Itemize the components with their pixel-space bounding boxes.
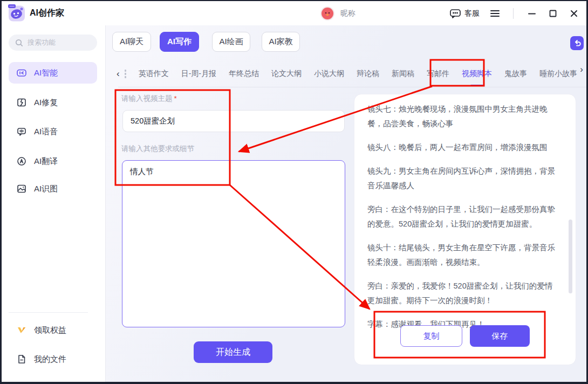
ai-image-icon (16, 183, 27, 194)
category-novel-outline[interactable]: 小说大纲 (314, 69, 344, 79)
tab-label: AI聊天 (120, 37, 143, 47)
sidebar-item-benefits[interactable]: 领取权益 (9, 319, 97, 341)
ai-repair-icon (16, 97, 27, 108)
scroll-left-icon[interactable]: ‹ (117, 68, 120, 79)
minimize-button[interactable] (526, 6, 538, 20)
app-title: AI创作家 (30, 8, 64, 19)
titlebar-separator (513, 8, 514, 19)
tab-label: AI写作 (167, 37, 192, 47)
search-placeholder: 搜索功能 (28, 38, 56, 47)
app-logo-icon (8, 4, 25, 22)
category-ghost-story[interactable]: 鬼故事 (504, 69, 527, 79)
details-value: 情人节 (130, 167, 154, 176)
sidebar-item-ai-smart[interactable]: AI智能 (9, 62, 97, 84)
ai-voice-icon (16, 126, 27, 137)
search-icon (15, 39, 23, 47)
category-english-essay[interactable]: 英语作文 (139, 69, 169, 79)
user-nickname: 昵称 (340, 9, 355, 18)
sidebar-item-ai-image[interactable]: AI识图 (9, 178, 97, 200)
tab-label: AI绘画 (219, 37, 243, 47)
sidebar-item-ai-voice[interactable]: AI语音 (9, 121, 97, 142)
copy-button[interactable]: 复制 (400, 325, 462, 347)
sidebar-item-label: AI语音 (34, 127, 58, 137)
drag-handle-icon (125, 70, 126, 78)
generated-script: 镜头七：烛光晚餐现场，浪漫氛围中男女主角共进晚餐，品尝美食，畅谈心事 镜头八：晚… (354, 94, 576, 332)
topic-label: 请输入视频主题* (121, 94, 177, 104)
result-panel: 镜头七：烛光晚餐现场，浪漫氛围中男女主角共进晚餐，品尝美食，畅谈心事 镜头八：晚… (354, 94, 576, 365)
avatar (320, 6, 334, 20)
category-paper-outline[interactable]: 论文大纲 (271, 69, 302, 79)
support-button[interactable]: 客服 (449, 8, 480, 19)
script-paragraph: 旁白：亲爱的，我爱你！520甜蜜企划，让我们的爱情更加甜蜜。期待下一次的浪漫时刻… (367, 279, 558, 308)
sidebar-divider (9, 312, 88, 313)
vip-benefits-icon (16, 325, 27, 335)
category-video-script[interactable]: 视频脚本 (462, 69, 492, 79)
sidebar-item-ai-repair[interactable]: AI修复 (9, 92, 97, 113)
close-button[interactable] (568, 6, 580, 20)
category-divider (118, 87, 587, 87)
sidebar-item-label: 领取权益 (34, 325, 66, 335)
category-bedtime-story[interactable]: 睡前小故事 (539, 69, 577, 79)
category-tabs: ‹ 英语作文 日-周-月报 年终总结 论文大纲 小说大纲 辩论稿 新闻稿 写邮件… (117, 60, 582, 87)
script-paragraph: 镜头八：晚餐后，两人一起布置房间，增添浪漫氛围 (367, 140, 558, 155)
maximize-button[interactable] (547, 6, 559, 20)
details-textarea[interactable]: 情人节 (122, 160, 345, 327)
generate-button[interactable]: 开始生成 (194, 341, 272, 363)
category-email[interactable]: 写邮件 (427, 69, 449, 79)
tab-ai-chat[interactable]: AI聊天 (112, 32, 151, 52)
video-topic-value: 520甜蜜企划 (131, 116, 175, 126)
sidebar-item-label: AI智能 (34, 68, 58, 78)
category-daily-report[interactable]: 日-周-月报 (181, 69, 216, 79)
undo-icon (573, 39, 582, 47)
ai-smart-icon (16, 67, 27, 78)
app-window: AI创作家 昵称 (0, 0, 588, 384)
details-label: 请输入其他要求或细节 (121, 144, 194, 154)
panel-scrollbar[interactable] (569, 220, 572, 293)
search-input[interactable]: 搜索功能 (9, 35, 97, 51)
tab-ai-drawing[interactable]: AI绘画 (212, 32, 250, 52)
category-debate[interactable]: 辩论稿 (357, 69, 379, 79)
video-topic-input[interactable]: 520甜蜜企划 (122, 110, 345, 132)
sidebar-item-my-files[interactable]: 我的文件 (9, 348, 97, 370)
sidebar: 搜索功能 AI智能 AI修复 (2, 25, 106, 382)
document-icon (16, 354, 27, 365)
user-account[interactable]: 昵称 (320, 1, 355, 25)
sidebar-item-label: AI修复 (34, 98, 58, 108)
required-mark: * (174, 94, 177, 102)
script-paragraph: 镜头十：结尾镜头，男女主角在星空下许愿，背景音乐轻柔浪漫。画面渐暗，视频结束。 (367, 241, 558, 270)
sidebar-item-ai-translate[interactable]: AI翻译 (9, 150, 97, 172)
save-button[interactable]: 保存 (470, 325, 530, 347)
undo-button[interactable] (570, 36, 584, 50)
script-paragraph: 镜头九：男女主角在房间内互诉心声，深情拥抱，背景音乐温馨感人 (367, 164, 558, 193)
category-year-summary[interactable]: 年终总结 (229, 69, 259, 79)
chat-bubble-icon (449, 8, 461, 19)
support-label: 客服 (464, 9, 480, 18)
title-bar: AI创作家 昵称 (2, 1, 586, 25)
tab-label: AI家教 (269, 37, 292, 47)
scroll-right-icon[interactable]: › (580, 64, 583, 75)
sidebar-item-label: AI翻译 (34, 156, 58, 167)
tab-ai-tutor[interactable]: AI家教 (262, 32, 300, 52)
hamburger-menu-button[interactable] (489, 6, 501, 20)
sidebar-item-label: 我的文件 (34, 354, 66, 365)
script-paragraph: 镜头七：烛光晚餐现场，浪漫氛围中男女主角共进晚餐，品尝美食，畅谈心事 (367, 102, 558, 131)
category-news[interactable]: 新闻稿 (392, 69, 414, 79)
tab-ai-writing[interactable]: AI写作 (160, 32, 199, 52)
main-area: AI聊天 AI写作 AI绘画 AI家教 ‹ 英语作文 日-周-月报 年终总结 (106, 25, 586, 382)
sidebar-item-label: AI识图 (34, 184, 58, 194)
ai-translate-icon (16, 156, 27, 167)
script-paragraph: 旁白：在这个特别的日子里，让我们一起感受那份真挚的爱意。520甜蜜企划，让我们的… (367, 202, 558, 231)
